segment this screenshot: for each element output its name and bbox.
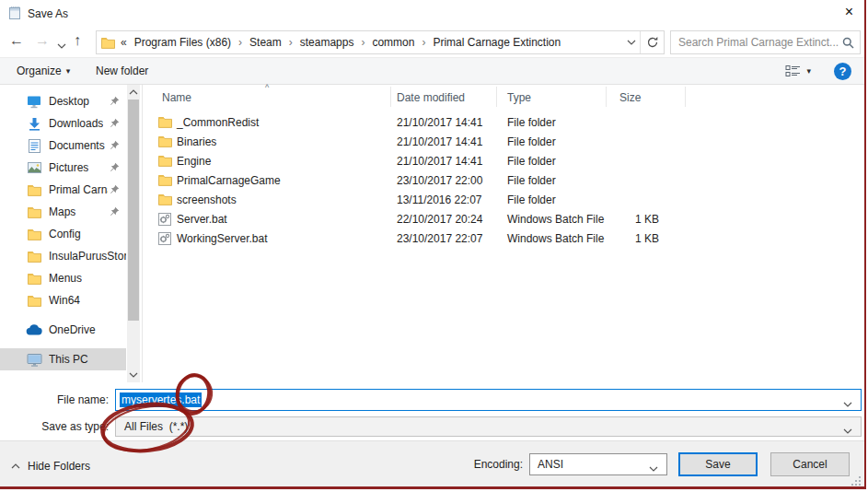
file-name-input[interactable]: myservertes.bat bbox=[115, 389, 862, 411]
up-icon[interactable]: ↑ bbox=[74, 32, 81, 49]
sidebar-item-label: InsulaPurusStora bbox=[49, 250, 126, 263]
sidebar-item-primal-carna[interactable]: Primal Carna bbox=[0, 179, 126, 201]
sidebar-item-config[interactable]: Config bbox=[0, 223, 126, 245]
sidebar-item-documents[interactable]: Documents bbox=[0, 135, 126, 157]
chevron-down-icon bbox=[649, 462, 658, 474]
sidebar-item-label: Config bbox=[49, 228, 81, 240]
table-row[interactable]: Binaries21/10/2017 14:41File folder bbox=[144, 133, 864, 152]
sidebar-item-desktop[interactable]: Desktop bbox=[0, 90, 126, 112]
bat-icon bbox=[158, 232, 171, 248]
encoding-value: ANSI bbox=[538, 458, 563, 471]
refresh-icon[interactable] bbox=[641, 31, 664, 53]
column-header-name[interactable]: Name bbox=[162, 91, 191, 104]
recent-locations-chevron-icon[interactable] bbox=[57, 39, 66, 52]
breadcrumb-item[interactable]: Primal Carnage Extinction bbox=[433, 36, 561, 49]
column-divider[interactable] bbox=[390, 87, 391, 107]
file-type: File folder bbox=[507, 174, 556, 187]
address-bar[interactable]: « Program Files (x86)›Steam›steamapps›co… bbox=[96, 30, 665, 54]
table-row[interactable]: WorkingServer.bat23/10/2017 22:07Windows… bbox=[144, 229, 864, 249]
sidebar-item-maps[interactable]: Maps bbox=[0, 201, 126, 223]
sidebar-item-insulapurusstora[interactable]: InsulaPurusStora bbox=[0, 245, 126, 267]
table-row[interactable]: _CommonRedist21/10/2017 14:41File folder bbox=[144, 113, 864, 133]
column-header-date-modified[interactable]: Date modified bbox=[397, 91, 465, 104]
file-name[interactable]: _CommonRedist bbox=[177, 116, 259, 129]
table-row[interactable]: screenshots13/11/2016 22:07File folder bbox=[144, 191, 864, 210]
chevron-down-icon[interactable] bbox=[843, 397, 852, 410]
sidebar-item-label: OneDrive bbox=[49, 323, 96, 336]
file-name[interactable]: screenshots bbox=[177, 193, 237, 206]
chevron-down-icon: ▾ bbox=[66, 66, 71, 76]
column-divider[interactable] bbox=[606, 87, 607, 107]
save-as-type-select[interactable]: All Files (*.*) bbox=[115, 416, 862, 437]
file-name[interactable]: WorkingServer.bat bbox=[177, 232, 268, 245]
sidebar-item-label: Desktop bbox=[49, 95, 89, 108]
file-name[interactable]: PrimalCarnageGame bbox=[177, 174, 281, 187]
file-name[interactable]: Engine bbox=[177, 155, 211, 168]
breadcrumb-item[interactable]: Steam bbox=[249, 36, 282, 49]
help-icon[interactable]: ? bbox=[834, 63, 851, 80]
column-divider[interactable] bbox=[685, 87, 686, 107]
breadcrumb-item[interactable]: Program Files (x86) bbox=[134, 36, 231, 49]
sidebar-item-label: Documents bbox=[49, 139, 105, 152]
scrollbar-thumb[interactable] bbox=[128, 100, 139, 321]
cancel-button[interactable]: Cancel bbox=[770, 452, 850, 476]
sidebar-item-downloads[interactable]: Downloads bbox=[0, 112, 126, 135]
toolbar: Organize ▾ New folder ▾ ? bbox=[0, 57, 864, 85]
breadcrumb-item[interactable]: steamapps bbox=[300, 36, 354, 49]
breadcrumb-separator-icon: › bbox=[238, 36, 242, 49]
folder-icon bbox=[26, 206, 42, 218]
details-view-icon bbox=[785, 64, 801, 77]
sidebar-scrollbar[interactable] bbox=[127, 85, 140, 382]
sidebar-item-onedrive[interactable]: OneDrive bbox=[0, 319, 126, 341]
file-date-modified: 21/10/2017 14:41 bbox=[397, 135, 482, 148]
resize-grip[interactable] bbox=[851, 476, 861, 486]
sidebar-item-pictures[interactable]: Pictures bbox=[0, 157, 126, 179]
breadcrumb-separator-icon: › bbox=[361, 36, 365, 49]
save-as-dialog: Save As × ← → ↑ « Program Files (x86)›St… bbox=[0, 0, 866, 489]
close-icon[interactable]: × bbox=[845, 5, 853, 19]
sidebar-item-label: Downloads bbox=[49, 117, 103, 130]
address-dropdown-chevron-icon[interactable] bbox=[627, 40, 636, 45]
table-row[interactable]: Engine21/10/2017 14:41File folder bbox=[144, 152, 864, 171]
sidebar: DesktopDownloadsDocumentsPicturesPrimal … bbox=[0, 85, 143, 382]
search-icon[interactable] bbox=[842, 37, 854, 49]
sidebar-item-this-pc[interactable]: This PC bbox=[0, 348, 126, 370]
chevron-down-icon[interactable] bbox=[843, 424, 852, 437]
breadcrumb-overflow[interactable]: « bbox=[121, 36, 127, 49]
save-button[interactable]: Save bbox=[678, 452, 758, 476]
change-view-button[interactable]: ▾ bbox=[785, 58, 811, 84]
file-type: Windows Batch File bbox=[507, 213, 604, 226]
folder-icon bbox=[158, 174, 172, 189]
scroll-down-icon[interactable] bbox=[127, 369, 140, 381]
hide-folders-button[interactable]: Hide Folders bbox=[11, 460, 90, 473]
sidebar-item-label: Primal Carna bbox=[49, 183, 108, 196]
column-header-type[interactable]: Type bbox=[507, 91, 531, 104]
table-row[interactable]: Server.bat22/10/2017 20:24Windows Batch … bbox=[144, 210, 864, 229]
new-folder-button[interactable]: New folder bbox=[96, 58, 148, 84]
file-name[interactable]: Binaries bbox=[177, 135, 216, 148]
encoding-select[interactable]: ANSI bbox=[529, 453, 667, 475]
sidebar-item-label: Win64 bbox=[49, 294, 80, 307]
sidebar-item-menus[interactable]: Menus bbox=[0, 267, 126, 289]
sidebar-item-label: Maps bbox=[49, 205, 75, 218]
file-date-modified: 23/10/2017 22:00 bbox=[397, 174, 482, 187]
downloads-icon bbox=[26, 117, 42, 131]
column-header-size[interactable]: Size bbox=[619, 91, 641, 104]
scroll-up-icon[interactable] bbox=[127, 86, 140, 99]
organize-button[interactable]: Organize ▾ bbox=[17, 58, 70, 84]
pin-icon bbox=[110, 184, 120, 197]
back-icon[interactable]: ← bbox=[9, 32, 24, 49]
file-size: 1 KB bbox=[596, 232, 659, 245]
search-placeholder: Search Primal Carnage Extinct... bbox=[678, 36, 842, 49]
table-row[interactable]: PrimalCarnageGame23/10/2017 22:00File fo… bbox=[144, 171, 864, 191]
search-input[interactable]: Search Primal Carnage Extinct... bbox=[670, 30, 861, 54]
pin-icon bbox=[110, 162, 120, 175]
breadcrumb-item[interactable]: common bbox=[372, 36, 414, 49]
save-as-type-label: Save as type: bbox=[0, 420, 109, 433]
sidebar-item-win64[interactable]: Win64 bbox=[0, 289, 126, 311]
folder-icon bbox=[26, 295, 42, 307]
main-area: DesktopDownloadsDocumentsPicturesPrimal … bbox=[0, 85, 864, 382]
column-divider[interactable] bbox=[496, 87, 497, 107]
file-type: Windows Batch File bbox=[507, 232, 604, 245]
file-name[interactable]: Server.bat bbox=[177, 213, 227, 226]
